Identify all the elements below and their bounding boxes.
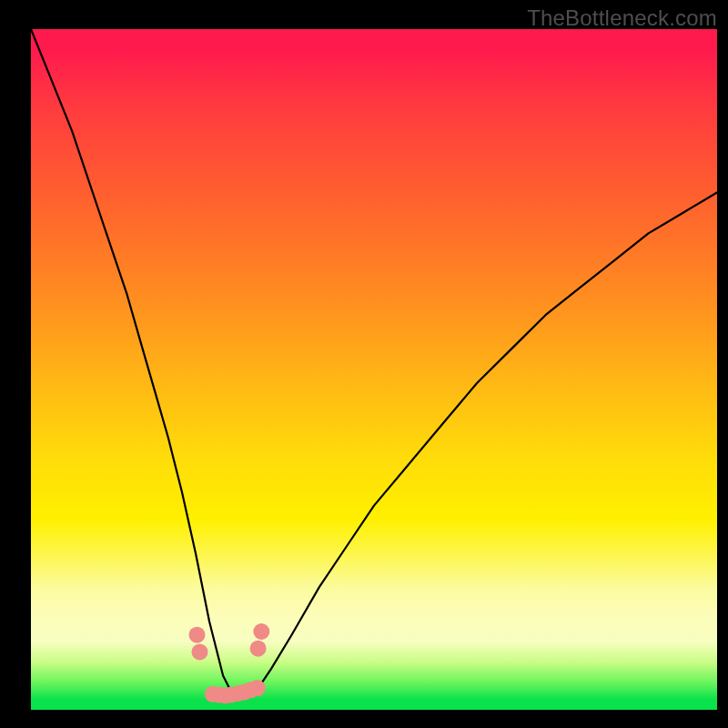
marker-dot: [249, 680, 266, 696]
watermark-text: TheBottleneck.com: [527, 5, 717, 31]
chart-svg: [31, 29, 717, 710]
marker-dot: [192, 643, 208, 660]
bottleneck-curve: [31, 29, 717, 696]
chart-frame: TheBottleneck.com: [0, 0, 728, 728]
bottom-markers: [189, 623, 270, 703]
marker-dot: [189, 627, 206, 643]
chart-plot-area: [31, 29, 717, 710]
marker-dot: [250, 641, 267, 657]
marker-dot: [253, 623, 269, 640]
